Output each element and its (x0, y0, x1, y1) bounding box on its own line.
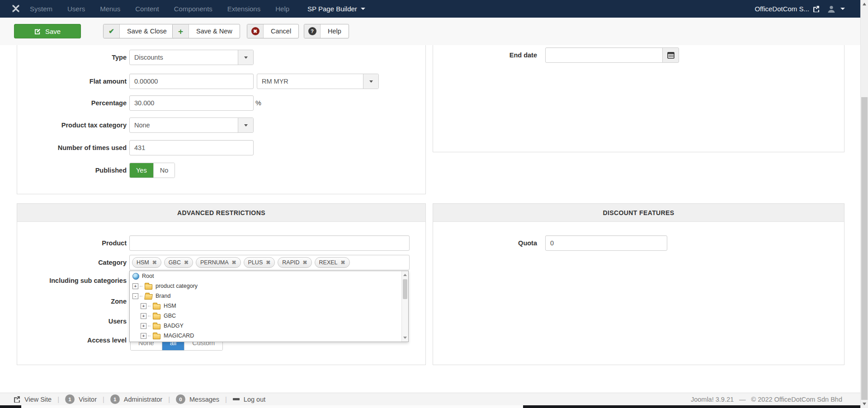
flat-amount-input[interactable] (129, 74, 254, 89)
page-scrollbar[interactable] (860, 0, 868, 408)
category-tag[interactable]: GBC✖ (164, 257, 193, 268)
advanced-restrictions-panel: ADVANCED RESTRICTIONS Product Category H… (17, 203, 426, 365)
scroll-up-icon[interactable] (863, 3, 866, 5)
percentage-input[interactable] (129, 95, 254, 111)
save-button[interactable]: Save (14, 24, 81, 38)
type-select[interactable]: Discounts (129, 50, 254, 65)
editor-toolbar: Save ✔ Save & Close + Save & New ✖ Cance… (0, 18, 860, 45)
messages-count-badge: 0 (176, 394, 185, 404)
cancel-icon: ✖ (247, 24, 264, 38)
category-tag[interactable]: PERNUMA✖ (196, 257, 241, 268)
help-button[interactable]: ? Help (304, 24, 349, 38)
remove-tag-icon[interactable]: ✖ (266, 260, 270, 265)
category-tag[interactable]: PLUS✖ (244, 257, 275, 268)
bottom-edge-strip (0, 405, 868, 408)
category-tag[interactable]: HSM✖ (132, 257, 161, 268)
view-site-link[interactable]: View Site (14, 396, 52, 403)
save-new-button[interactable]: + Save & New (172, 24, 240, 38)
calendar-button[interactable] (662, 47, 679, 63)
user-menu[interactable] (827, 5, 845, 14)
product-input[interactable] (129, 235, 410, 251)
folder-icon (153, 314, 160, 319)
site-name-link[interactable]: OfficeDotCom S... (755, 5, 820, 13)
tree-item-magicard[interactable]: + MAGICARD (130, 331, 408, 341)
category-tag[interactable]: REXEL✖ (315, 257, 350, 268)
tree-item-label: BADGY (164, 323, 184, 329)
remove-tag-icon[interactable]: ✖ (341, 260, 345, 265)
menu-system[interactable]: System (30, 5, 52, 13)
tag-label: PLUS (248, 259, 263, 266)
plus-icon: + (173, 24, 189, 38)
tree-item-label: Brand (156, 293, 170, 299)
joomla-version: Joomla! 3.9.21 (691, 396, 734, 403)
menu-extensions[interactable]: Extensions (227, 5, 260, 13)
tree-item-brand[interactable]: - Brand (130, 291, 408, 301)
discount-features-panel: DISCOUNT FEATURES Quota (433, 203, 844, 365)
tax-category-select[interactable]: None (129, 117, 254, 133)
menu-help[interactable]: Help (275, 5, 289, 13)
tree-item-badgy[interactable]: + BADGY (130, 321, 408, 331)
save-close-button[interactable]: ✔ Save & Close (103, 24, 175, 38)
category-tag-field[interactable]: HSM✖ GBC✖ PERNUMA✖ PLUS✖ RAPID✖ REXEL✖ (129, 255, 410, 270)
scroll-thumb[interactable] (861, 97, 868, 400)
remove-tag-icon[interactable]: ✖ (303, 260, 307, 265)
tree-item-label: product category (156, 283, 198, 289)
tree-item-label: Root (142, 273, 154, 279)
chevron-down-icon[interactable] (363, 74, 378, 89)
times-used-input[interactable] (129, 140, 254, 155)
category-label: Category (17, 259, 128, 266)
expand-icon[interactable]: + (141, 303, 146, 309)
chevron-down-icon[interactable] (238, 50, 253, 65)
external-link-icon (14, 396, 20, 403)
remove-tag-icon[interactable]: ✖ (152, 260, 157, 265)
scroll-down-icon[interactable] (863, 403, 866, 405)
menu-users[interactable]: Users (67, 5, 85, 13)
tree-item-gbc[interactable]: + GBC (130, 311, 408, 321)
admin-menu: System Users Menus Content Components Ex… (30, 5, 289, 13)
tree-item-root[interactable]: Root (130, 271, 408, 281)
messages-status[interactable]: 0 Messages (176, 394, 219, 404)
scroll-up-icon[interactable] (403, 274, 407, 276)
remove-tag-icon[interactable]: ✖ (232, 260, 236, 265)
published-yes-button[interactable]: Yes (130, 163, 153, 178)
tag-label: RAPID (282, 259, 299, 266)
folder-icon (153, 324, 160, 329)
published-label: Published (17, 167, 128, 174)
tree-scrollbar[interactable] (401, 271, 408, 342)
currency-select[interactable]: RM MYR (257, 74, 379, 89)
joomla-logo-icon[interactable] (10, 3, 22, 15)
scroll-thumb[interactable] (403, 279, 407, 299)
expand-icon[interactable]: + (141, 333, 146, 339)
tree-item-hsm[interactable]: + HSM (130, 301, 408, 311)
category-tag[interactable]: RAPID✖ (278, 257, 311, 268)
view-site-label: View Site (24, 396, 52, 403)
menu-sp-page-builder[interactable]: SP Page Builder (307, 5, 365, 13)
end-date-input[interactable] (545, 47, 663, 63)
messages-label: Messages (189, 396, 219, 403)
cancel-label: Cancel (264, 24, 298, 38)
menu-content[interactable]: Content (135, 5, 159, 13)
tree-item-product-category[interactable]: + product category (130, 281, 408, 291)
visitor-status[interactable]: 1 Visitor (65, 394, 97, 404)
tag-label: REXEL (319, 259, 338, 266)
expand-icon[interactable]: + (141, 323, 146, 329)
logout-icon (233, 398, 240, 400)
administrator-status[interactable]: 1 Administrator (110, 394, 162, 404)
published-no-button[interactable]: No (153, 163, 175, 178)
quota-input[interactable] (545, 235, 667, 251)
collapse-icon[interactable]: - (132, 293, 138, 299)
menu-components[interactable]: Components (174, 5, 212, 13)
menu-menus[interactable]: Menus (100, 5, 120, 13)
scroll-down-icon[interactable] (403, 337, 407, 339)
published-toggle: Yes No (129, 163, 175, 178)
admin-status-bar: View Site | 1 Visitor | 1 Administrator … (0, 393, 860, 405)
remove-tag-icon[interactable]: ✖ (184, 260, 189, 265)
cancel-button[interactable]: ✖ Cancel (247, 24, 299, 38)
chevron-down-icon[interactable] (238, 118, 253, 132)
type-select-value: Discounts (130, 54, 238, 61)
flat-amount-label: Flat amount (17, 78, 128, 85)
tag-label: GBC (169, 259, 181, 266)
logout-link[interactable]: Log out (233, 396, 265, 403)
expand-icon[interactable]: + (141, 313, 146, 319)
expand-icon[interactable]: + (132, 283, 138, 289)
